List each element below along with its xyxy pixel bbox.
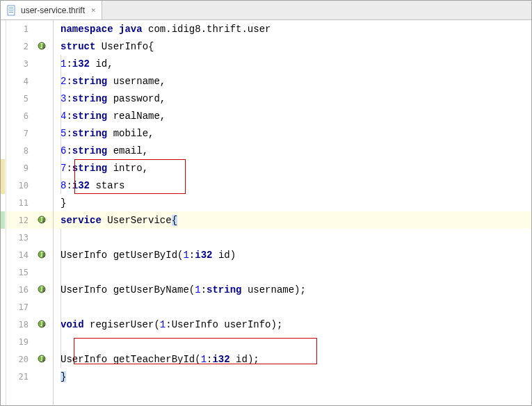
- svg-rect-3: [9, 12, 13, 13]
- code-line: 3:string password,: [54, 90, 531, 107]
- line-number: 1: [6, 24, 34, 34]
- line-number: 5: [6, 94, 34, 104]
- line-number: 8: [6, 146, 34, 156]
- editor-margin: [1, 20, 6, 406]
- implemented-icon[interactable]: I: [38, 320, 47, 330]
- svg-text:I: I: [40, 43, 44, 49]
- svg-text:I: I: [40, 217, 44, 223]
- tab-bar: user-service.thrift ×: [1, 1, 531, 20]
- code-line: 5:string mobile,: [54, 124, 531, 142]
- line-number: 3: [6, 59, 34, 69]
- code-area[interactable]: namespace java com.idig8.thrift.user str…: [54, 20, 531, 406]
- line-number: 9: [6, 163, 34, 173]
- code-line: 4:string realName,: [54, 107, 531, 124]
- code-line: 7:string intro,: [54, 159, 531, 177]
- svg-rect-1: [9, 8, 13, 8]
- code-line: [54, 229, 531, 246]
- line-number: 12: [6, 216, 34, 225]
- code-line: 2:string username,: [54, 72, 531, 90]
- code-line: UserInfo getTeacherById(1:i32 id);: [54, 350, 531, 368]
- code-line: struct UserInfo{: [54, 38, 531, 55]
- implemented-icon[interactable]: I: [38, 285, 47, 295]
- line-number: 16: [6, 285, 34, 295]
- code-line: UserInfo getUserByName(1:string username…: [54, 281, 531, 298]
- code-line: 8:i32 stars: [54, 177, 531, 194]
- code-line: [54, 333, 531, 350]
- implemented-icon[interactable]: I: [38, 250, 47, 260]
- line-number: 18: [6, 320, 34, 330]
- implemented-icon[interactable]: I: [38, 216, 47, 225]
- line-number: 13: [6, 233, 34, 243]
- implemented-icon[interactable]: I: [38, 355, 47, 364]
- line-number: 11: [6, 198, 34, 208]
- line-number: 21: [6, 372, 34, 382]
- gutter: 1 2I 3 4 5 6 7 8 9 10 11 12I 13 14I 15 1…: [6, 20, 54, 406]
- svg-rect-2: [9, 10, 13, 10]
- code-line: }: [54, 368, 531, 385]
- code-line: }: [54, 194, 531, 211]
- code-line: 6:string email,: [54, 142, 531, 159]
- code-line: [54, 263, 531, 281]
- svg-text:I: I: [40, 286, 44, 293]
- tab-label: user-service.thrift: [21, 6, 85, 15]
- line-number: 19: [6, 337, 34, 347]
- line-number: 14: [6, 250, 34, 260]
- line-number: 6: [6, 111, 34, 121]
- svg-text:I: I: [40, 356, 44, 362]
- line-number: 2: [6, 42, 34, 51]
- code-line: [54, 298, 531, 316]
- svg-text:I: I: [40, 321, 44, 327]
- line-number: 20: [6, 355, 34, 364]
- svg-text:I: I: [40, 252, 44, 258]
- file-tab[interactable]: user-service.thrift ×: [1, 1, 102, 19]
- code-line: namespace java com.idig8.thrift.user: [54, 20, 531, 38]
- line-number: 7: [6, 129, 34, 138]
- line-number: 4: [6, 76, 34, 86]
- close-icon[interactable]: ×: [91, 6, 96, 15]
- implemented-icon[interactable]: I: [38, 42, 47, 51]
- line-number: 15: [6, 268, 34, 277]
- code-line: service UserService{: [54, 211, 531, 229]
- code-line: 1:i32 id,: [54, 55, 531, 72]
- code-line: void regiserUser(1:UserInfo userInfo);: [54, 316, 531, 333]
- code-line: UserInfo getUserById(1:i32 id): [54, 246, 531, 263]
- line-number: 10: [6, 181, 34, 190]
- editor: 1 2I 3 4 5 6 7 8 9 10 11 12I 13 14I 15 1…: [1, 20, 531, 406]
- thrift-file-icon: [6, 5, 17, 16]
- line-number: 17: [6, 302, 34, 312]
